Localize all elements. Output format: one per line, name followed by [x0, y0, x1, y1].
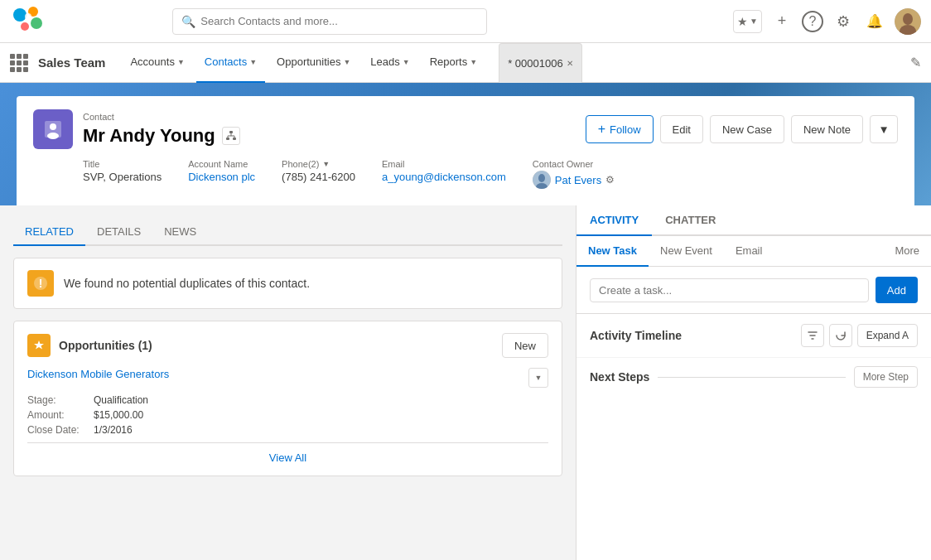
svg-point-19: [538, 174, 545, 182]
view-all-link[interactable]: View All: [27, 442, 548, 464]
follow-button[interactable]: + Follow: [586, 115, 654, 143]
owner-action-icon[interactable]: ⚙: [605, 174, 615, 186]
actions-dropdown-button[interactable]: ▼: [870, 115, 898, 143]
contact-fields: Title SVP, Operations Account Name Dicke…: [33, 149, 898, 189]
svg-text:!: !: [39, 277, 43, 290]
card-title-area: Opportunities (1): [27, 334, 152, 357]
svg-point-9: [50, 123, 56, 130]
field-account: Account Name Dickenson plc: [188, 159, 255, 189]
opportunities-icon: [27, 334, 51, 357]
activity-tab-newevent[interactable]: New Event: [649, 236, 724, 267]
search-bar[interactable]: 🔍: [172, 8, 487, 35]
contact-title-area: Contact Mr Andy Young: [83, 112, 240, 147]
nav-opportunities[interactable]: Opportunities ▼: [268, 43, 359, 83]
left-tab-bar: RELATED DETAILS NEWS: [13, 219, 562, 246]
owner-row: Pat Evers ⚙: [533, 171, 615, 189]
tab-label: * 00001006: [508, 57, 563, 70]
more-steps-button[interactable]: More Step: [854, 366, 918, 388]
owner-avatar: [533, 171, 551, 189]
favorites-button[interactable]: ★ ▼: [733, 10, 762, 33]
opportunity-row: Dickenson Mobile Generators ▼: [27, 368, 548, 388]
dropdown-chevron-icon: ▼: [878, 123, 889, 136]
stage-row: Stage: Qualification: [27, 394, 548, 406]
contact-header-card: Contact Mr Andy Young: [17, 96, 914, 205]
app-navigation: Sales Team Accounts ▼ Contacts ▼ Opportu…: [0, 43, 931, 83]
reports-chevron: ▼: [470, 58, 477, 66]
next-steps-row: Next Steps More Step: [576, 358, 931, 396]
svg-point-0: [13, 8, 27, 22]
settings-button[interactable]: ⚙: [832, 10, 855, 33]
opportunities-card: Opportunities (1) New Dickenson Mobile G…: [13, 321, 562, 476]
duplicate-icon: !: [27, 270, 54, 297]
nav-accounts[interactable]: Accounts ▼: [122, 43, 192, 83]
next-steps-label: Next Steps: [590, 370, 649, 384]
top-navigation: 🔍 ★ ▼ + ? ⚙ 🔔: [0, 0, 931, 43]
phone-label-row: Phone(2) ▼: [282, 159, 355, 169]
close-date-row: Close Date: 1/3/2016: [27, 424, 548, 436]
svg-point-2: [31, 17, 42, 29]
new-note-button[interactable]: New Note: [791, 115, 863, 143]
svg-rect-12: [226, 138, 229, 140]
nav-contacts[interactable]: Contacts ▼: [196, 43, 265, 83]
edit-nav-icon[interactable]: ✎: [910, 55, 921, 70]
task-input[interactable]: [590, 278, 869, 302]
opportunity-dropdown-icon: ▼: [535, 374, 543, 382]
search-input[interactable]: [200, 15, 478, 27]
user-avatar[interactable]: [895, 8, 921, 35]
new-case-button[interactable]: New Case: [710, 115, 784, 143]
field-email: Email a_young@dickenson.com: [382, 159, 506, 189]
field-phone: Phone(2) ▼ (785) 241-6200: [282, 159, 355, 189]
phone-dropdown-icon[interactable]: ▼: [322, 160, 330, 168]
activity-tab-email[interactable]: Email: [724, 236, 774, 267]
edit-button[interactable]: Edit: [660, 115, 703, 143]
task-input-row: Add: [576, 267, 931, 314]
activity-tab-more[interactable]: More: [883, 236, 931, 266]
expand-button[interactable]: Expand A: [857, 324, 918, 347]
tab-related[interactable]: RELATED: [13, 219, 85, 246]
top-nav-icons: ★ ▼ + ? ⚙ 🔔: [733, 8, 921, 35]
notifications-button[interactable]: 🔔: [863, 10, 886, 33]
opportunities-chevron: ▼: [343, 58, 350, 66]
opportunities-title: Opportunities (1): [59, 339, 152, 352]
tab-details[interactable]: DETAILS: [85, 219, 152, 246]
activity-tab-newtask[interactable]: New Task: [576, 236, 649, 267]
next-steps-divider: [658, 377, 845, 378]
duplicate-notice: ! We found no potential duplicates of th…: [13, 258, 562, 309]
filter-button[interactable]: [801, 324, 824, 347]
opportunity-details: Stage: Qualification Amount: $15,000.00 …: [27, 394, 548, 436]
add-button[interactable]: +: [770, 10, 794, 33]
field-owner: Contact Owner Pat Evers ⚙: [533, 159, 615, 189]
nav-leads[interactable]: Leads ▼: [362, 43, 417, 83]
tab-close-button[interactable]: ✕: [567, 59, 573, 68]
accounts-chevron: ▼: [177, 58, 185, 66]
refresh-button[interactable]: [829, 324, 852, 347]
help-button[interactable]: ?: [802, 11, 823, 32]
svg-point-6: [903, 13, 913, 25]
open-tab[interactable]: * 00001006 ✕: [499, 43, 582, 83]
svg-point-10: [47, 133, 59, 139]
amount-row: Amount: $15,000.00: [27, 409, 548, 421]
contact-name: Mr Andy Young: [83, 125, 240, 147]
opportunity-link[interactable]: Dickenson Mobile Generators: [27, 368, 169, 380]
duplicate-text: We found no potential duplicates of this…: [64, 277, 310, 290]
card-header: Opportunities (1) New: [27, 333, 548, 358]
tab-chatter[interactable]: CHATTER: [652, 205, 729, 236]
right-panel: ACTIVITY CHATTER New Task New Event Emai…: [576, 205, 931, 560]
left-panel: RELATED DETAILS NEWS ! We found no poten…: [0, 205, 576, 560]
timeline-header: Activity Timeline Expand A: [576, 314, 931, 358]
right-tab-bar: ACTIVITY CHATTER: [576, 205, 931, 236]
contact-breadcrumb: Contact: [83, 112, 240, 122]
tab-news[interactable]: NEWS: [152, 219, 208, 246]
contact-header: Contact Mr Andy Young: [33, 109, 240, 149]
field-title: Title SVP, Operations: [83, 159, 162, 189]
apps-grid-button[interactable]: [10, 54, 28, 72]
star-icon: ★: [737, 15, 748, 28]
tab-activity[interactable]: ACTIVITY: [576, 205, 652, 236]
add-task-button[interactable]: Add: [876, 277, 918, 303]
svg-rect-11: [229, 131, 233, 133]
opportunity-dropdown-button[interactable]: ▼: [528, 368, 548, 388]
org-chart-button[interactable]: [222, 127, 240, 145]
new-opportunity-button[interactable]: New: [502, 333, 548, 358]
contact-type-icon: [33, 109, 73, 149]
nav-reports[interactable]: Reports ▼: [422, 43, 485, 83]
